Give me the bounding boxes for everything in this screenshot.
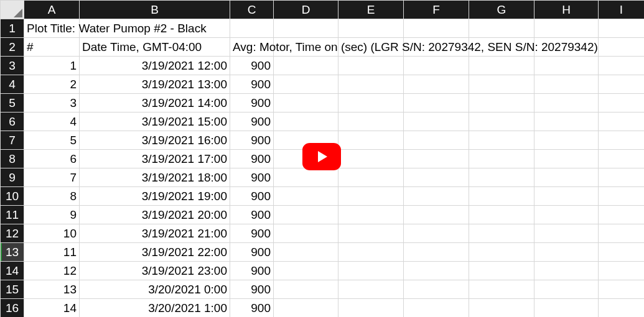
- cell[interactable]: [469, 113, 534, 131]
- cell-value[interactable]: 900: [230, 299, 274, 318]
- row-header[interactable]: 11: [1, 206, 24, 224]
- cell[interactable]: [599, 224, 645, 243]
- cell-value[interactable]: 900: [230, 224, 274, 243]
- cell[interactable]: [469, 57, 534, 75]
- cell-datetime[interactable]: 3/19/2021 19:00: [80, 187, 230, 206]
- cell[interactable]: [534, 168, 599, 187]
- cell[interactable]: [534, 19, 599, 38]
- cell[interactable]: [534, 94, 599, 113]
- row-header[interactable]: 6: [1, 113, 24, 131]
- cell-index[interactable]: 12: [24, 262, 80, 280]
- cell[interactable]: [404, 262, 469, 280]
- cell[interactable]: [338, 19, 404, 38]
- cell[interactable]: [534, 206, 599, 224]
- cell[interactable]: [404, 206, 469, 224]
- cell[interactable]: [274, 113, 338, 131]
- cell[interactable]: [534, 187, 599, 206]
- cell[interactable]: [469, 38, 534, 57]
- video-play-overlay[interactable]: [302, 143, 341, 170]
- row-header[interactable]: 15: [1, 280, 24, 299]
- cell[interactable]: [338, 262, 404, 280]
- row-header[interactable]: 3: [1, 57, 24, 75]
- col-header-H[interactable]: H: [534, 1, 599, 19]
- cell[interactable]: [404, 19, 469, 38]
- cell[interactable]: [534, 57, 599, 75]
- cell[interactable]: [534, 113, 599, 131]
- cell[interactable]: [274, 224, 338, 243]
- cell[interactable]: [599, 168, 645, 187]
- cell[interactable]: [404, 280, 469, 299]
- cell[interactable]: [404, 187, 469, 206]
- cell[interactable]: [338, 187, 404, 206]
- cell-index[interactable]: 5: [24, 131, 80, 150]
- cell[interactable]: [469, 280, 534, 299]
- cell-datetime[interactable]: 3/19/2021 16:00: [80, 131, 230, 150]
- cell-value[interactable]: 900: [230, 168, 274, 187]
- select-all-corner[interactable]: [1, 1, 24, 19]
- cell[interactable]: [404, 131, 469, 150]
- cell[interactable]: [469, 224, 534, 243]
- cell-datetime[interactable]: 3/19/2021 21:00: [80, 224, 230, 243]
- cell[interactable]: [599, 19, 645, 38]
- col-header-E[interactable]: E: [338, 1, 404, 19]
- cell[interactable]: [274, 38, 338, 57]
- col-header-A[interactable]: A: [24, 1, 80, 19]
- row-header[interactable]: 13: [1, 243, 24, 262]
- cell[interactable]: [599, 150, 645, 168]
- col-header-C[interactable]: C: [230, 1, 274, 19]
- row-header[interactable]: 9: [1, 168, 24, 187]
- cell[interactable]: [338, 94, 404, 113]
- cell[interactable]: [599, 206, 645, 224]
- cell[interactable]: [274, 19, 338, 38]
- cell[interactable]: [599, 94, 645, 113]
- cell[interactable]: [469, 243, 534, 262]
- row-header[interactable]: 5: [1, 94, 24, 113]
- cell[interactable]: [469, 168, 534, 187]
- cell[interactable]: [404, 299, 469, 318]
- row-header[interactable]: 12: [1, 224, 24, 243]
- cell[interactable]: [338, 113, 404, 131]
- cell[interactable]: [274, 168, 338, 187]
- cell-index[interactable]: 13: [24, 280, 80, 299]
- col-header-G[interactable]: G: [469, 1, 534, 19]
- cell[interactable]: [404, 168, 469, 187]
- cell[interactable]: [404, 224, 469, 243]
- cell-index[interactable]: 3: [24, 94, 80, 113]
- cell[interactable]: [469, 262, 534, 280]
- cell[interactable]: [338, 224, 404, 243]
- cell-value[interactable]: 900: [230, 94, 274, 113]
- cell[interactable]: [338, 75, 404, 94]
- cell[interactable]: [338, 243, 404, 262]
- cell-datetime[interactable]: 3/19/2021 23:00: [80, 262, 230, 280]
- cell[interactable]: [469, 19, 534, 38]
- cell[interactable]: [274, 75, 338, 94]
- cell[interactable]: [599, 57, 645, 75]
- cell[interactable]: [274, 94, 338, 113]
- cell-datetime[interactable]: 3/19/2021 22:00: [80, 243, 230, 262]
- cell[interactable]: [469, 187, 534, 206]
- cell[interactable]: [599, 243, 645, 262]
- cell-index[interactable]: 1: [24, 57, 80, 75]
- cell[interactable]: [599, 187, 645, 206]
- cell[interactable]: [534, 75, 599, 94]
- cell[interactable]: [599, 75, 645, 94]
- cell-datetime[interactable]: 3/19/2021 12:00: [80, 57, 230, 75]
- cell[interactable]: [274, 206, 338, 224]
- cell[interactable]: [338, 206, 404, 224]
- cell-value[interactable]: 900: [230, 57, 274, 75]
- cell[interactable]: [469, 131, 534, 150]
- cell-value[interactable]: 900: [230, 150, 274, 168]
- cell[interactable]: [338, 38, 404, 57]
- cell[interactable]: [599, 113, 645, 131]
- cell[interactable]: [534, 243, 599, 262]
- cell[interactable]: [404, 94, 469, 113]
- col-header-I[interactable]: I: [599, 1, 645, 19]
- cell[interactable]: [404, 243, 469, 262]
- row-header[interactable]: 10: [1, 187, 24, 206]
- cell[interactable]: [469, 150, 534, 168]
- cell-value[interactable]: 900: [230, 206, 274, 224]
- cell-index[interactable]: 8: [24, 187, 80, 206]
- cell[interactable]: [338, 150, 404, 168]
- cell[interactable]: [599, 280, 645, 299]
- cell[interactable]: [469, 94, 534, 113]
